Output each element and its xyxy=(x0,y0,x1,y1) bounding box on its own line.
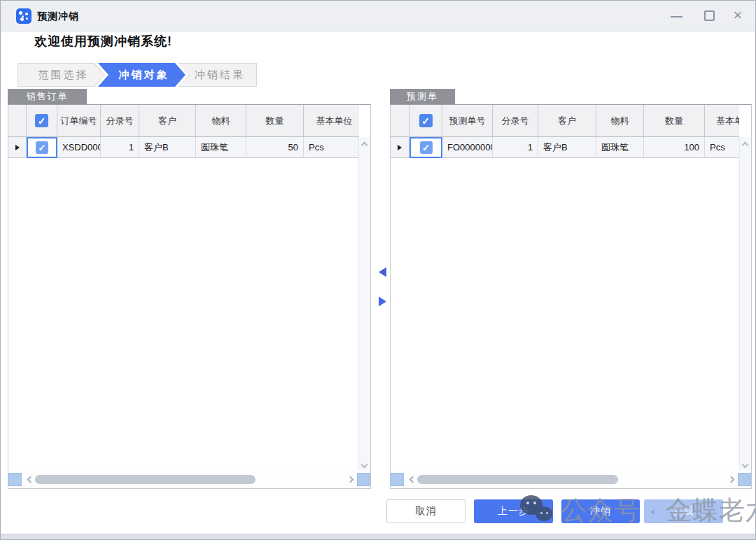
app-logo-icon xyxy=(16,8,31,24)
scroll-corner xyxy=(357,473,370,486)
cancel-button[interactable]: 取消 xyxy=(386,499,465,523)
finish-button: 完成 xyxy=(644,499,723,523)
col-material[interactable]: 物料 xyxy=(596,105,644,137)
col-entry-no[interactable]: 分录号 xyxy=(101,105,139,137)
col-order-no[interactable]: 订单编号 xyxy=(57,105,101,137)
writeoff-button[interactable]: 冲销 xyxy=(561,499,640,523)
select-all-checkbox[interactable]: ✓ xyxy=(35,114,48,127)
cell-entry-no: 1 xyxy=(493,137,538,158)
select-all-cell[interactable]: ✓ xyxy=(410,105,442,137)
forecast-panel: 预测单 ✓ 预测单号 分录号 客户 物料 数量 基本单位 ✓ FO0000000… xyxy=(390,89,752,489)
window-bottom-edge xyxy=(1,534,755,539)
cell-unit: Pcs xyxy=(705,137,739,158)
move-left-icon[interactable] xyxy=(379,267,386,277)
step-label: 冲销结果 xyxy=(179,64,256,86)
step-writeoff-result[interactable]: 冲销结果 xyxy=(178,63,257,87)
horizontal-scrollbar[interactable] xyxy=(8,470,370,488)
col-unit[interactable]: 基本单位 xyxy=(304,105,359,137)
step-writeoff-object[interactable]: 冲销对象 xyxy=(98,63,186,87)
col-forecast-no[interactable]: 预测单号 xyxy=(442,105,493,137)
sales-order-tab[interactable]: 销售订单 xyxy=(8,89,87,104)
vertical-scrollbar[interactable] xyxy=(739,137,751,470)
scroll-right-icon[interactable] xyxy=(728,476,735,483)
col-qty[interactable]: 数量 xyxy=(246,105,304,137)
table-row[interactable]: ✓ XSDD00000 1 客户B 圆珠笔 50 Pcs xyxy=(8,137,359,158)
scroll-corner xyxy=(8,473,22,486)
dialog-window: 预测冲销 × 欢迎使用预测冲销系统! 范围选择 冲销对象 冲销结果 销售订单 ✓… xyxy=(0,0,756,540)
welcome-text: 欢迎使用预测冲销系统! xyxy=(34,33,172,50)
window-title: 预测冲销 xyxy=(37,10,79,23)
cell-material: 圆珠笔 xyxy=(196,137,246,158)
scroll-right-icon[interactable] xyxy=(347,476,354,483)
row-select-cell[interactable]: ✓ xyxy=(27,137,57,158)
table-header-row: ✓ 订单编号 分录号 客户 物料 数量 基本单位 xyxy=(8,105,359,137)
col-qty[interactable]: 数量 xyxy=(644,105,705,137)
scroll-up-icon[interactable] xyxy=(742,142,749,149)
close-icon[interactable]: × xyxy=(730,9,746,23)
cell-forecast-no: FO00000000 xyxy=(442,137,493,158)
cell-entry-no: 1 xyxy=(101,137,139,158)
step-label: 范围选择 xyxy=(18,64,104,86)
row-checkbox[interactable]: ✓ xyxy=(36,141,48,154)
scroll-corner xyxy=(391,473,404,486)
cell-customer: 客户B xyxy=(538,137,596,158)
cell-qty: 50 xyxy=(246,137,304,158)
scrollbar-thumb[interactable] xyxy=(35,475,255,484)
cell-unit: Pcs xyxy=(304,137,359,158)
forecast-table: ✓ 预测单号 分录号 客户 物料 数量 基本单位 ✓ FO00000000 1 … xyxy=(390,104,752,489)
sales-order-panel: 销售订单 ✓ 订单编号 分录号 客户 物料 数量 基本单位 ✓ XSDD0000… xyxy=(8,89,371,489)
cell-qty: 100 xyxy=(644,137,705,158)
row-indicator-icon xyxy=(391,137,410,158)
horizontal-scrollbar[interactable] xyxy=(391,470,751,488)
col-customer[interactable]: 客户 xyxy=(538,105,596,137)
row-select-cell[interactable]: ✓ xyxy=(410,137,442,158)
scrollbar-thumb[interactable] xyxy=(417,475,618,484)
col-material[interactable]: 物料 xyxy=(196,105,246,137)
cell-customer: 客户B xyxy=(139,137,196,158)
sales-order-table: ✓ 订单编号 分录号 客户 物料 数量 基本单位 ✓ XSDD00000 1 客… xyxy=(8,104,371,489)
col-customer[interactable]: 客户 xyxy=(139,105,196,137)
row-checkbox[interactable]: ✓ xyxy=(420,141,433,154)
row-indicator-icon xyxy=(8,137,27,158)
cell-order-no: XSDD00000 xyxy=(57,137,101,158)
header-indicator xyxy=(8,105,27,137)
vertical-scrollbar[interactable] xyxy=(358,137,370,470)
minimize-icon[interactable] xyxy=(669,9,685,23)
scroll-left-icon[interactable] xyxy=(410,476,416,483)
scroll-corner xyxy=(738,473,751,486)
col-entry-no[interactable]: 分录号 xyxy=(493,105,538,137)
scroll-up-icon[interactable] xyxy=(361,142,368,149)
header-indicator xyxy=(391,105,410,137)
title-bar: 预测冲销 × xyxy=(1,1,755,31)
scroll-left-icon[interactable] xyxy=(27,476,34,483)
forecast-tab[interactable]: 预测单 xyxy=(390,89,455,104)
select-all-cell[interactable]: ✓ xyxy=(27,105,57,137)
step-range-select[interactable]: 范围选择 xyxy=(18,63,105,87)
previous-step-button[interactable]: 上一步 xyxy=(474,499,553,523)
step-label: 冲销对象 xyxy=(99,64,185,86)
table-header-row: ✓ 预测单号 分录号 客户 物料 数量 基本单位 xyxy=(391,105,739,137)
select-all-checkbox[interactable]: ✓ xyxy=(419,114,433,127)
cell-material: 圆珠笔 xyxy=(596,137,644,158)
col-unit[interactable]: 基本单位 xyxy=(705,105,739,137)
maximize-icon[interactable] xyxy=(702,9,718,23)
move-right-icon[interactable] xyxy=(379,297,386,306)
table-row[interactable]: ✓ FO00000000 1 客户B 圆珠笔 100 Pcs xyxy=(391,137,739,158)
